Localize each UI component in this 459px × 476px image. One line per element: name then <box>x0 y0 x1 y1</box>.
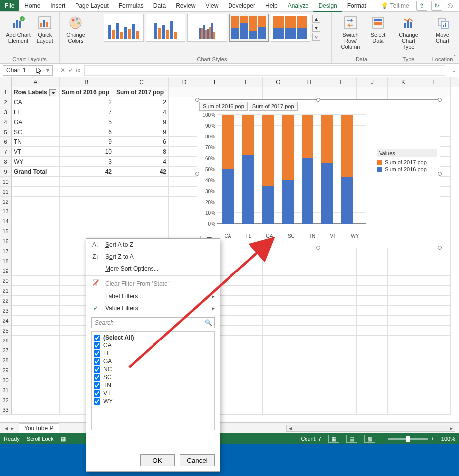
cell[interactable] <box>60 187 114 197</box>
cell[interactable] <box>419 286 451 296</box>
cell[interactable]: SC <box>12 127 60 137</box>
cell[interactable]: 7 <box>60 107 114 117</box>
cell[interactable] <box>294 286 325 296</box>
cell[interactable] <box>325 365 357 375</box>
cell[interactable] <box>419 296 451 306</box>
cell[interactable] <box>231 276 263 286</box>
cell[interactable] <box>12 187 60 197</box>
filter-checkbox[interactable] <box>94 398 100 405</box>
filter-cancel-button[interactable]: Cancel <box>180 454 215 466</box>
cell[interactable] <box>357 395 388 405</box>
value-filters[interactable]: ✓ Value Filters ▸ <box>86 302 220 314</box>
cell[interactable] <box>357 385 388 395</box>
cell[interactable]: GA <box>12 117 60 127</box>
cell[interactable] <box>419 87 451 97</box>
cell[interactable] <box>357 326 388 336</box>
collapse-ribbon-icon[interactable]: ˄ <box>453 54 456 61</box>
row-header[interactable]: 9 <box>0 167 12 177</box>
cell[interactable] <box>388 326 419 336</box>
filter-check-item[interactable]: (Select All) <box>94 334 212 341</box>
filter-checkbox[interactable] <box>94 382 100 389</box>
cell[interactable] <box>169 206 200 216</box>
cell[interactable] <box>114 187 169 197</box>
column-header[interactable]: J <box>357 77 388 87</box>
column-header[interactable]: A <box>12 77 60 87</box>
cell[interactable] <box>231 375 263 385</box>
cell[interactable] <box>294 256 325 266</box>
cell[interactable]: Grand Total <box>12 167 60 177</box>
cell[interactable] <box>294 405 325 415</box>
row-labels-filter-button[interactable] <box>49 89 56 96</box>
zoom-in-icon[interactable]: + <box>431 436 434 442</box>
cell[interactable] <box>388 316 419 326</box>
cell[interactable] <box>12 336 60 345</box>
cell[interactable] <box>419 316 451 326</box>
cell[interactable] <box>294 87 325 97</box>
cell[interactable] <box>263 355 294 365</box>
cell[interactable] <box>325 375 357 385</box>
cell[interactable]: 6 <box>60 127 114 137</box>
cell[interactable] <box>388 365 419 375</box>
cell[interactable] <box>114 226 169 236</box>
tab-help[interactable]: Help <box>260 0 283 11</box>
filter-check-item[interactable]: GA <box>94 357 212 365</box>
cell[interactable] <box>294 345 325 355</box>
cell[interactable] <box>419 375 451 385</box>
quick-layout-button[interactable]: Quick Layout <box>35 14 55 45</box>
styles-scroll-up[interactable]: ▴ <box>312 15 320 23</box>
cell[interactable] <box>325 345 357 355</box>
column-header[interactable]: L <box>419 77 451 87</box>
cell[interactable] <box>325 306 357 316</box>
cell[interactable] <box>263 276 294 286</box>
cell[interactable]: 6 <box>114 137 169 147</box>
move-chart-button[interactable]: Move Chart <box>433 14 453 45</box>
tab-developer[interactable]: Developer <box>223 0 260 11</box>
filter-search-input[interactable] <box>94 319 205 327</box>
tab-home[interactable]: Home <box>19 0 45 11</box>
cell[interactable] <box>294 355 325 365</box>
formula-bar-expand-icon[interactable]: ⌄ <box>448 67 459 74</box>
cell[interactable] <box>263 336 294 345</box>
cell[interactable] <box>12 266 60 276</box>
cell[interactable] <box>419 256 451 266</box>
filter-checkbox[interactable] <box>94 350 100 357</box>
cell[interactable] <box>419 395 451 405</box>
cell[interactable]: 4 <box>114 107 169 117</box>
cell[interactable] <box>388 395 419 405</box>
cell[interactable]: 42 <box>114 167 169 177</box>
cell[interactable] <box>294 316 325 326</box>
cell[interactable] <box>231 355 263 365</box>
column-header[interactable]: K <box>388 77 419 87</box>
cell[interactable]: 10 <box>60 147 114 157</box>
row-header[interactable]: 12 <box>0 197 12 206</box>
styles-scroll-down[interactable]: ▾ <box>312 24 320 32</box>
cell[interactable] <box>325 326 357 336</box>
cell[interactable] <box>357 286 388 296</box>
cell[interactable] <box>357 87 388 97</box>
filter-check-item[interactable]: TN <box>94 381 212 389</box>
cell[interactable] <box>231 345 263 355</box>
row-header[interactable]: 7 <box>0 147 12 157</box>
cell[interactable] <box>169 197 200 206</box>
tab-analyze[interactable]: Analyze <box>283 0 314 11</box>
cell[interactable] <box>12 385 60 395</box>
row-header[interactable]: 22 <box>0 296 12 306</box>
cell[interactable]: 5 <box>60 117 114 127</box>
cell[interactable]: 2 <box>60 97 114 107</box>
row-header[interactable]: 1 <box>0 87 12 97</box>
cell[interactable] <box>388 385 419 395</box>
chart-style-3[interactable] <box>187 14 227 42</box>
cell[interactable] <box>419 355 451 365</box>
row-header[interactable]: 2 <box>0 97 12 107</box>
column-header[interactable]: C <box>114 77 169 87</box>
filter-search[interactable]: 🔍 <box>91 317 215 328</box>
filter-ok-button[interactable]: OK <box>140 454 175 466</box>
filter-checkbox[interactable] <box>94 358 100 365</box>
cell[interactable] <box>263 345 294 355</box>
row-header[interactable]: 3 <box>0 107 12 117</box>
cell[interactable]: Row Labels <box>12 87 60 97</box>
row-header[interactable]: 25 <box>0 326 12 336</box>
cell[interactable] <box>294 365 325 375</box>
cell[interactable] <box>231 395 263 405</box>
tab-file[interactable]: File <box>0 0 19 11</box>
